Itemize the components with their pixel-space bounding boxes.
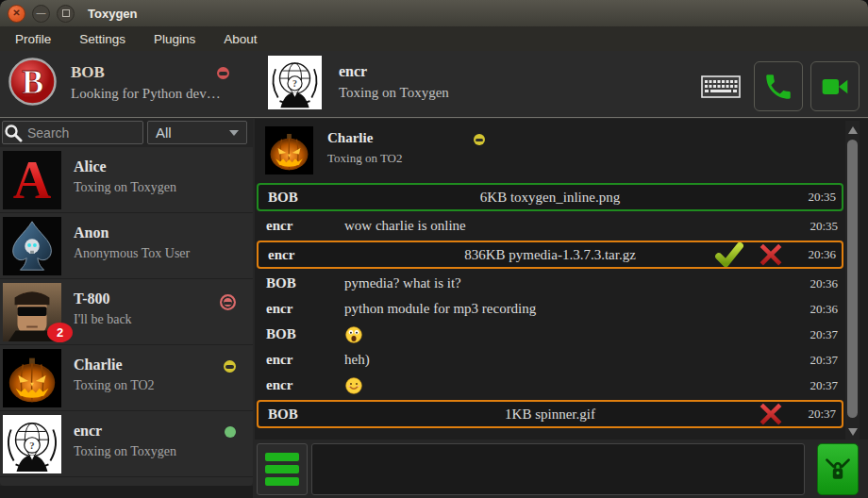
decline-file-button[interactable] [757,242,785,267]
contact-row-encr[interactable]: ? encr Toxing on Toxygen [0,411,253,477]
away-status-icon [474,134,485,145]
filter-value: All [156,124,172,141]
contact-name: Alice [74,158,107,175]
message-time: 20:36 [810,276,838,291]
message-text: pymedia? what is it? [344,275,461,291]
chevron-down-icon [229,130,239,136]
message-sender: BOB [257,326,344,342]
svg-text:A: A [13,151,52,209]
message-sender: encr [257,352,344,368]
message-time: 20:37 [810,378,838,393]
scroll-up-button[interactable] [847,124,858,136]
away-status-icon [224,360,236,373]
window-title: Toxygen [88,7,138,21]
screen-keyboard-button[interactable] [700,75,742,99]
contact-status-message: Toxing on Toxygen [74,444,176,459]
message-time: 20:37 [808,407,836,422]
contact-row-t800[interactable]: T-800 I'll be back 2 [0,279,253,345]
message-time: 20:36 [810,302,838,317]
menu-icon [265,477,299,486]
peer-avatar: ? [268,56,322,109]
peer-online-banner: Charlie Toxing on TO2 [257,124,842,177]
file-transfer-in-progress: BOB 1KB spinner.gif 20:37 [257,400,843,428]
anon-avatar [3,217,61,275]
self-name: BOB [71,63,105,82]
charlie-avatar [265,126,313,174]
contact-name: encr [74,423,102,440]
file-name: 1KB spinner.gif [259,407,842,423]
menu-icon [265,453,299,461]
sidebar-footer [0,486,253,498]
message-time: 20:37 [810,327,838,342]
menu-about[interactable]: About [220,30,260,48]
emoji-message: encr 20:37 [257,373,843,398]
attachments-menu-button[interactable] [257,443,308,495]
contact-row-charlie[interactable]: Charlie Toxing on TO2 [0,345,253,411]
message-sender: encr [257,377,344,393]
decline-file-icon [759,242,783,267]
maximize-button[interactable] [57,5,75,23]
chat-scrollbar [845,121,860,441]
file-name: 6KB toxygen_inline.png [259,190,842,206]
search-box[interactable] [2,121,143,144]
contact-status-message: Anonymous Tox User [74,246,190,261]
sidebar: All A Alice Toxing on Toxygen [0,119,253,498]
video-call-icon [818,72,852,102]
contact-name: Anon [74,224,108,241]
audio-call-button[interactable] [754,61,803,111]
menu-plugins[interactable]: Plugins [150,30,199,48]
keyboard-icon [701,75,741,98]
send-icon [824,456,852,484]
menu-profile[interactable]: Profile [11,30,55,48]
text-message: encr heh) 20:37 [257,347,843,373]
message-time: 20:35 [808,190,836,205]
arrow-down-icon [848,428,858,436]
toxygen-window: ✕ — Toxygen Profile Settings Plugins Abo… [0,0,868,498]
message-sender: encr [257,301,344,317]
contact-name: Charlie [74,357,123,374]
smiling-face-emoji [344,376,363,395]
svg-text:?: ? [29,440,34,451]
contact-status-message: Toxing on TO2 [74,378,155,393]
message-time: 20:35 [810,219,838,234]
scrollbar-thumb[interactable] [847,140,858,418]
shocked-face-emoji [344,325,363,344]
menu-bar: Profile Settings Plugins About [0,26,868,51]
menu-icon [265,465,299,473]
send-button[interactable] [817,443,859,495]
search-icon [3,124,25,142]
compose-bar [255,440,868,498]
charlie-avatar [3,349,61,407]
message-time: 20:37 [810,353,838,368]
close-button[interactable]: ✕ [8,5,25,23]
menu-settings[interactable]: Settings [75,30,129,48]
contact-row-alice[interactable]: A Alice Toxing on Toxygen [0,147,253,213]
message-sender: encr [257,218,344,234]
online-status-icon [225,426,236,438]
video-call-button[interactable] [810,61,860,111]
contact-status-message: Toxing on Toxygen [74,180,176,195]
message-input[interactable] [311,443,805,495]
contact-list: A Alice Toxing on Toxygen Anon Anonymo [0,147,253,486]
decline-file-button[interactable] [757,402,785,426]
contact-row-anon[interactable]: Anon Anonymous Tox User [0,213,253,279]
alice-avatar: A [3,151,61,209]
svg-text:B: B [22,64,43,101]
accept-file-button[interactable] [715,242,743,267]
svg-text:?: ? [292,78,297,89]
audio-call-icon [762,71,794,103]
arrow-up-icon [848,126,858,134]
accept-file-icon [715,242,743,267]
search-input[interactable] [25,124,133,141]
message-time: 20:36 [808,247,836,262]
peer-name: encr [339,63,367,80]
minimize-button[interactable]: — [32,5,50,23]
peer-status-message: Toxing on Toxygen [339,85,449,101]
text-message: BOB pymedia? what is it? 20:36 [257,271,843,296]
message-text: python module for mp3 recording [344,301,536,317]
file-transfer-incoming: encr 836KB pymedia-1.3.7.3.tar.gz [257,241,843,269]
self-avatar[interactable]: B [8,57,58,107]
contact-filter-dropdown[interactable]: All [147,121,247,144]
scroll-down-button[interactable] [847,426,858,438]
chat-area: Charlie Toxing on TO2 BOB 6KB toxygen_in… [255,119,868,440]
